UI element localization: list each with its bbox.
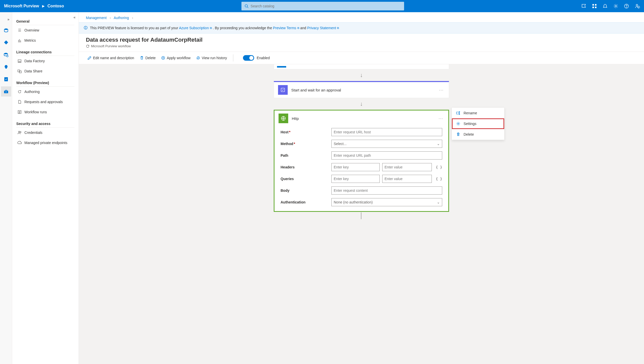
approval-icon	[278, 85, 288, 95]
pencil-icon	[87, 56, 91, 60]
svg-rect-3	[595, 4, 596, 6]
plus-circle-icon	[161, 56, 165, 60]
rail-catalog-icon[interactable]	[1, 38, 11, 48]
svg-point-27	[458, 123, 459, 124]
notification-icon[interactable]	[603, 4, 607, 8]
search-input[interactable]	[251, 4, 401, 8]
svg-point-12	[4, 53, 8, 54]
apply-workflow-button[interactable]: Apply workflow	[160, 54, 192, 61]
crumb-management[interactable]: Management	[86, 16, 107, 20]
nav-credentials[interactable]: Credentials	[16, 128, 74, 138]
chevron-right-icon: ›	[110, 16, 111, 20]
nav-datashare[interactable]: Data Share	[16, 66, 74, 76]
refresh-icon	[17, 90, 22, 94]
code-view-icon[interactable]: { }	[436, 165, 442, 169]
gear-icon	[456, 122, 461, 126]
nav-endpoints[interactable]: Managed private endpoints	[16, 138, 74, 148]
view-history-button[interactable]: View run history	[195, 54, 228, 61]
code-view-icon[interactable]: { }	[436, 177, 442, 181]
nav-section-lineage: Lineage connections	[16, 48, 74, 56]
host-input[interactable]	[331, 128, 442, 136]
ctx-delete[interactable]: Delete	[452, 129, 504, 140]
preview-terms-link[interactable]: Preview Terms ⧉	[273, 26, 299, 30]
headers-key-input[interactable]	[331, 163, 380, 171]
nav-metrics[interactable]: Metrics	[16, 35, 74, 45]
svg-rect-26	[456, 112, 459, 114]
nav-authoring[interactable]: Authoring	[16, 87, 74, 97]
trash-icon	[140, 56, 144, 60]
crumb-authoring[interactable]: Authoring	[114, 16, 129, 20]
body-input[interactable]	[331, 186, 442, 195]
queries-label: Queries	[281, 177, 331, 181]
external-link-icon: ⧉	[297, 26, 299, 29]
svg-point-21	[19, 131, 20, 133]
tenant-link[interactable]: Contoso	[48, 4, 64, 8]
ctx-rename[interactable]: Rename	[452, 108, 504, 118]
rail-policy-icon[interactable]	[1, 74, 11, 84]
nav-runs[interactable]: Workflow runs	[16, 107, 74, 117]
settings-icon[interactable]	[614, 4, 618, 8]
body-label: Body	[281, 188, 331, 193]
chart-icon	[17, 38, 22, 42]
svg-rect-4	[592, 7, 594, 8]
rail-scan-icon[interactable]	[1, 50, 11, 60]
edit-button[interactable]: Edit name and description	[86, 54, 136, 61]
azure-subscription-link[interactable]: Azure Subscription ⧉	[179, 26, 212, 30]
rail-expand-icon[interactable]: »	[5, 15, 12, 23]
path-label: Path	[281, 153, 331, 157]
approval-card[interactable]: Start and wait for an approval ···	[274, 81, 449, 98]
arrow-down-icon: │	[274, 212, 449, 219]
divider	[233, 54, 233, 61]
svg-point-6	[615, 5, 617, 7]
svg-point-0	[245, 5, 248, 7]
delete-button[interactable]: Delete	[138, 54, 157, 61]
host-label: Host*	[281, 130, 331, 134]
queries-key-input[interactable]	[331, 175, 380, 183]
chevron-right-icon: ›	[132, 16, 133, 20]
http-title: Http	[292, 116, 434, 121]
rail-insight-icon[interactable]	[1, 62, 11, 72]
headers-label: Headers	[281, 165, 331, 169]
nav-section-security: Security and access	[16, 120, 74, 128]
svg-point-22	[20, 132, 21, 133]
rail-datasource-icon[interactable]	[1, 25, 11, 36]
path-input[interactable]	[331, 151, 442, 160]
rail-management-icon[interactable]	[1, 86, 11, 97]
arrow-down-icon: ↓	[274, 98, 449, 110]
brand-link[interactable]: Microsoft Purview	[4, 4, 39, 8]
trash-icon	[456, 132, 461, 136]
privacy-link[interactable]: Privacy Statement ⧉	[307, 26, 339, 30]
collapsed-card[interactable]	[274, 64, 449, 69]
headers-value-input[interactable]	[382, 163, 432, 171]
auth-select[interactable]: None (no authentication)⌄	[331, 198, 442, 206]
queries-value-input[interactable]	[382, 175, 432, 183]
collapse-nav-icon[interactable]: «	[73, 15, 75, 19]
nav-section-workflow: Workflow (Preview)	[16, 79, 74, 87]
arrow-down-icon: ↓	[274, 69, 449, 81]
nav-requests[interactable]: Requests and approvals	[16, 97, 74, 107]
app-launcher-icon[interactable]	[592, 4, 597, 8]
nav-datafactory[interactable]: Data Factory	[16, 56, 74, 66]
globe-icon	[279, 114, 288, 123]
search-box[interactable]	[241, 2, 404, 10]
main-content: Management › Authoring › ⓘ This PREVIEW …	[79, 12, 644, 364]
document-icon	[17, 100, 22, 104]
nav-overview[interactable]: ☰Overview	[16, 25, 74, 35]
http-card: Http ··· Host* Method* Select...⌄ Path	[274, 110, 449, 212]
account-icon[interactable]	[635, 4, 640, 9]
page-subtitle: Microsoft Purview workflow	[86, 44, 637, 48]
approval-more-icon[interactable]: ···	[438, 87, 445, 93]
command-bar: Edit name and description Delete Apply w…	[79, 52, 644, 64]
http-more-icon[interactable]: ···	[438, 115, 444, 121]
share-icon	[17, 69, 22, 73]
feedback-icon[interactable]	[581, 4, 586, 8]
ctx-settings[interactable]: Settings	[452, 118, 504, 129]
enabled-toggle[interactable]	[243, 55, 254, 61]
banner-text: This PREVIEW feature is licensed to you …	[90, 26, 339, 30]
help-icon[interactable]	[624, 4, 629, 8]
method-select[interactable]: Select...⌄	[331, 140, 442, 148]
workflow-canvas[interactable]: ↓ Start and wait for an approval ··· ↓ H…	[79, 64, 644, 364]
external-link-icon: ⧉	[337, 26, 339, 29]
chevron-down-icon: ⌄	[437, 142, 440, 146]
cloud-icon	[17, 141, 22, 145]
